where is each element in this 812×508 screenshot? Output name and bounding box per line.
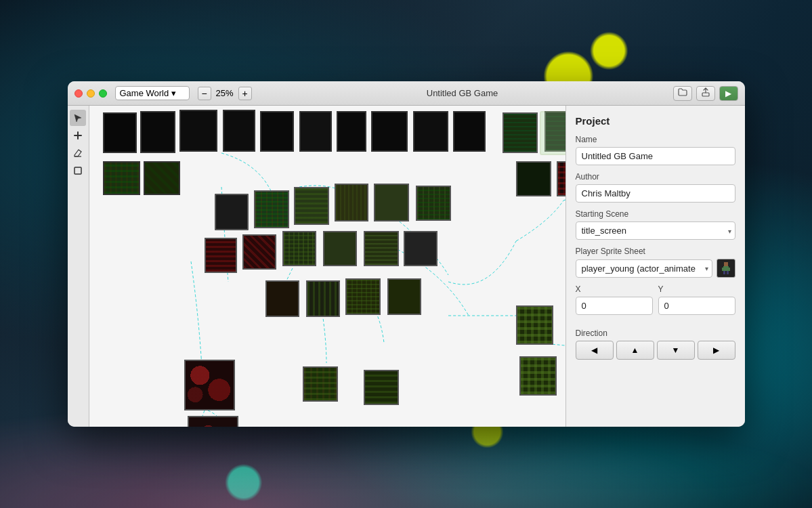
zoom-out-button[interactable]: − bbox=[198, 87, 211, 100]
world-select[interactable]: Game World ▾ bbox=[115, 86, 190, 100]
scene-node[interactable] bbox=[413, 111, 448, 152]
svg-rect-0 bbox=[702, 93, 709, 96]
dir-up-button[interactable]: ▲ bbox=[616, 341, 654, 360]
direction-label: Direction bbox=[576, 329, 735, 338]
right-panel: Project Name Author Starting Scene title… bbox=[565, 106, 745, 427]
scene-node[interactable] bbox=[404, 231, 437, 266]
author-label: Author bbox=[576, 172, 735, 182]
scene-node[interactable] bbox=[89, 106, 123, 141]
scene-node[interactable] bbox=[516, 305, 553, 345]
play-icon: ▶ bbox=[725, 89, 731, 98]
x-field: X bbox=[576, 284, 653, 322]
sprite-row: player_young (actor_animated) ▾ bbox=[576, 259, 735, 278]
titlebar: Game World ▾ − 25% + Untitled GB Game bbox=[68, 81, 745, 106]
scene-node[interactable] bbox=[299, 111, 332, 152]
svg-rect-8 bbox=[728, 268, 730, 271]
dir-down-button[interactable]: ▼ bbox=[657, 341, 695, 360]
box-tool[interactable] bbox=[70, 163, 86, 179]
panel-title: Project bbox=[576, 115, 735, 127]
player-sprite-select[interactable]: player_young (actor_animated) bbox=[576, 259, 712, 278]
y-label: Y bbox=[658, 284, 735, 294]
scene-node[interactable] bbox=[335, 184, 368, 221]
canvas-inner: .conn { stroke: #00cccc; stroke-width: 1… bbox=[89, 106, 565, 427]
scene-node[interactable] bbox=[223, 110, 255, 152]
scene-node[interactable] bbox=[416, 186, 451, 221]
scene-node[interactable] bbox=[345, 278, 381, 315]
add-tool[interactable] bbox=[70, 127, 86, 144]
name-label: Name bbox=[576, 135, 735, 144]
scene-node[interactable] bbox=[303, 366, 338, 402]
eraser-tool[interactable] bbox=[70, 145, 86, 161]
scene-node[interactable] bbox=[179, 110, 217, 152]
world-select-text: Game World bbox=[120, 88, 169, 98]
scene-node[interactable] bbox=[260, 111, 294, 152]
left-toolbar bbox=[68, 106, 89, 427]
scene-node[interactable] bbox=[294, 187, 329, 225]
minimize-button[interactable] bbox=[87, 89, 95, 98]
scene-node[interactable] bbox=[323, 231, 357, 266]
sprite-preview[interactable] bbox=[717, 259, 735, 278]
scene-node[interactable] bbox=[519, 356, 557, 396]
close-button[interactable] bbox=[74, 89, 83, 98]
play-button[interactable]: ▶ bbox=[719, 86, 738, 101]
zoom-level: 25% bbox=[214, 88, 236, 98]
scene-node[interactable] bbox=[103, 161, 140, 195]
scene-highlight bbox=[540, 111, 565, 155]
dir-right-button[interactable]: ▶ bbox=[698, 341, 735, 360]
titlebar-actions: ▶ bbox=[673, 86, 738, 101]
scene-node[interactable] bbox=[205, 238, 237, 273]
author-input[interactable] bbox=[576, 184, 735, 203]
svg-rect-5 bbox=[724, 262, 728, 266]
scene-node[interactable] bbox=[265, 280, 299, 317]
maximize-button[interactable] bbox=[99, 89, 107, 98]
scene-node[interactable] bbox=[140, 111, 175, 153]
x-input[interactable] bbox=[576, 297, 653, 315]
name-input[interactable] bbox=[576, 147, 735, 165]
svg-rect-10 bbox=[727, 271, 729, 274]
folder-icon bbox=[678, 88, 687, 98]
scene-node[interactable] bbox=[215, 194, 249, 230]
app-window: Game World ▾ − 25% + Untitled GB Game bbox=[68, 81, 745, 427]
scene-node[interactable] bbox=[374, 184, 409, 221]
scene-node[interactable] bbox=[188, 416, 238, 427]
scene-node[interactable] bbox=[503, 112, 538, 153]
scene-node[interactable] bbox=[254, 190, 289, 228]
scene-node[interactable] bbox=[387, 278, 421, 315]
scene-node[interactable] bbox=[453, 111, 486, 152]
zoom-in-button[interactable]: + bbox=[238, 87, 252, 100]
cursor-tool[interactable] bbox=[70, 110, 86, 126]
y-input[interactable] bbox=[658, 297, 735, 315]
scene-node[interactable] bbox=[242, 234, 276, 270]
export-icon bbox=[701, 87, 710, 99]
svg-rect-4 bbox=[74, 167, 81, 174]
dir-left-button[interactable]: ◀ bbox=[576, 341, 614, 360]
scene-node[interactable] bbox=[516, 161, 551, 196]
scene-node[interactable] bbox=[337, 111, 366, 152]
main-content: .conn { stroke: #00cccc; stroke-width: 1… bbox=[68, 106, 745, 427]
scene-node[interactable] bbox=[364, 370, 399, 405]
zoom-controls: − 25% + bbox=[198, 87, 252, 100]
svg-rect-7 bbox=[722, 268, 724, 271]
scene-node[interactable] bbox=[306, 280, 340, 317]
scene-node[interactable] bbox=[282, 231, 316, 266]
canvas-area[interactable]: .conn { stroke: #00cccc; stroke-width: 1… bbox=[89, 106, 565, 427]
folder-button[interactable] bbox=[673, 86, 692, 101]
svg-rect-6 bbox=[723, 266, 729, 271]
scene-node[interactable] bbox=[184, 360, 235, 410]
y-field: Y bbox=[658, 284, 735, 322]
starting-scene-wrapper: title_screen ▾ bbox=[576, 221, 735, 240]
x-label: X bbox=[576, 284, 653, 294]
scene-node[interactable] bbox=[144, 161, 180, 195]
traffic-lights bbox=[74, 89, 107, 98]
scene-node[interactable] bbox=[557, 161, 565, 196]
scene-node[interactable] bbox=[371, 111, 408, 152]
starting-scene-label: Starting Scene bbox=[576, 209, 735, 219]
direction-pad: ◀ ▲ ▼ ▶ bbox=[576, 341, 735, 360]
xy-row: X Y bbox=[576, 284, 735, 322]
starting-scene-select[interactable]: title_screen bbox=[576, 221, 735, 240]
scene-node[interactable] bbox=[364, 231, 399, 266]
chevron-down-icon: ▾ bbox=[171, 88, 176, 98]
player-sprite-label: Player Sprite Sheet bbox=[576, 247, 735, 256]
export-button[interactable] bbox=[696, 86, 715, 101]
svg-rect-9 bbox=[723, 271, 725, 274]
